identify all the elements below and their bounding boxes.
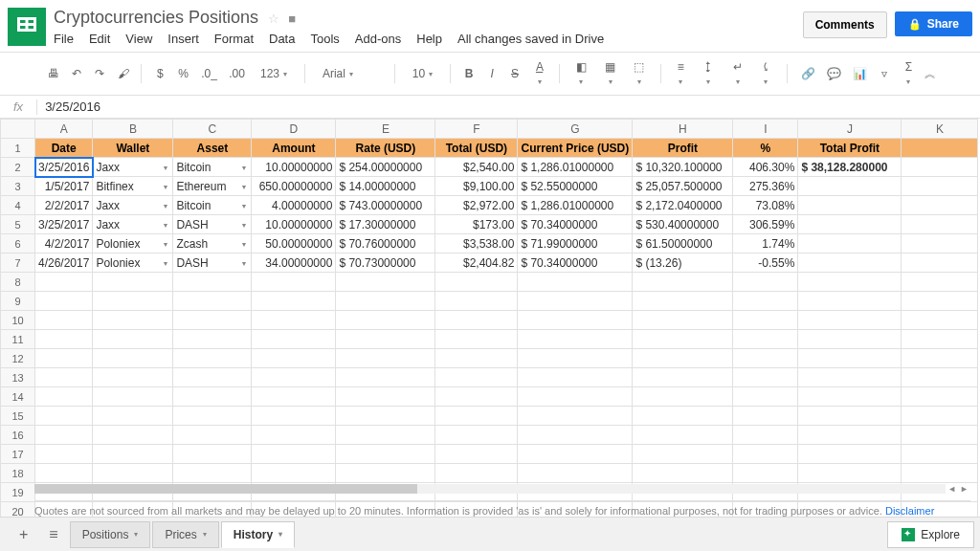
cell[interactable] (798, 292, 902, 311)
column-title[interactable]: Profit (633, 139, 733, 158)
cell[interactable] (902, 407, 978, 426)
row-header[interactable]: 1 (1, 139, 35, 158)
select-all-corner[interactable] (1, 120, 35, 139)
cell[interactable] (798, 407, 902, 426)
cell[interactable] (35, 426, 93, 445)
inc-decimal-icon[interactable]: .00 (225, 63, 247, 84)
cell[interactable] (336, 311, 435, 330)
halign-icon[interactable]: ≡ ▾ (671, 56, 691, 91)
sheets-logo[interactable] (8, 8, 46, 46)
cell[interactable] (93, 330, 173, 349)
cell[interactable] (798, 234, 902, 253)
cell[interactable] (336, 407, 435, 426)
cell[interactable] (336, 445, 435, 464)
cell[interactable] (798, 464, 902, 483)
strike-icon[interactable]: S (506, 63, 523, 84)
cell[interactable] (798, 349, 902, 368)
cell[interactable] (733, 330, 798, 349)
cell[interactable] (633, 426, 733, 445)
percent-icon[interactable]: % (174, 63, 191, 84)
cell[interactable] (798, 253, 902, 273)
row-header[interactable]: 2 (1, 158, 35, 177)
cell[interactable]: 2/2/2017 (35, 196, 93, 215)
cell[interactable] (35, 464, 93, 483)
cell[interactable] (93, 311, 173, 330)
cell[interactable] (173, 368, 252, 387)
cell[interactable]: 275.36% (733, 177, 798, 196)
cell[interactable] (798, 311, 902, 330)
col-header-G[interactable]: G (518, 120, 633, 139)
cell[interactable]: $ 10,320.100000 (633, 158, 733, 177)
cell[interactable] (252, 387, 336, 407)
explore-button[interactable]: Explore (887, 521, 974, 548)
cell[interactable] (902, 273, 978, 292)
cell[interactable] (35, 330, 93, 349)
cell[interactable] (93, 292, 173, 311)
link-icon[interactable]: 🔗 (797, 63, 817, 84)
cell[interactable] (252, 426, 336, 445)
cell[interactable] (252, 368, 336, 387)
fill-color-icon[interactable]: ◧ ▾ (569, 56, 592, 91)
cell[interactable]: $ 1,286.01000000 (518, 196, 633, 215)
cell[interactable]: 4.00000000 (252, 196, 336, 215)
row-header[interactable]: 9 (1, 292, 35, 311)
cell[interactable] (633, 368, 733, 387)
borders-icon[interactable]: ▦ ▾ (598, 56, 621, 91)
sheet-tab-prices[interactable]: Prices▾ (152, 521, 218, 548)
cell[interactable] (435, 349, 518, 368)
row-header[interactable]: 6 (1, 234, 35, 253)
menu-tools[interactable]: Tools (310, 32, 339, 46)
column-title[interactable]: Amount (252, 139, 336, 158)
row-header[interactable]: 5 (1, 215, 35, 234)
cell[interactable] (173, 445, 252, 464)
cell[interactable] (902, 177, 978, 196)
cell[interactable] (518, 273, 633, 292)
column-title[interactable] (902, 139, 978, 158)
folder-icon[interactable]: ■ (288, 11, 296, 26)
cell[interactable] (902, 196, 978, 215)
cell[interactable] (252, 407, 336, 426)
cell[interactable] (633, 464, 733, 483)
paint-format-icon[interactable]: 🖌 (114, 63, 132, 84)
cell[interactable] (798, 426, 902, 445)
cell[interactable] (798, 368, 902, 387)
cell[interactable] (35, 387, 93, 407)
cell[interactable] (173, 349, 252, 368)
cell[interactable] (902, 349, 978, 368)
undo-icon[interactable]: ↶ (68, 63, 85, 84)
cell[interactable]: -0.55% (733, 253, 798, 273)
doc-title[interactable]: Cryptocurrencies Positions (54, 8, 258, 28)
cell[interactable] (633, 349, 733, 368)
cell[interactable]: DASH (173, 253, 252, 273)
font-select[interactable]: Arial ▾ (315, 65, 385, 82)
cell[interactable]: 34.00000000 (252, 253, 336, 273)
cell[interactable] (435, 445, 518, 464)
col-header-H[interactable]: H (633, 120, 733, 139)
cell[interactable]: 4/2/2017 (35, 234, 93, 253)
sheet-tab-history[interactable]: History▾ (221, 521, 295, 548)
cell[interactable] (733, 273, 798, 292)
column-title[interactable]: Total Profit (798, 139, 902, 158)
cell[interactable] (902, 158, 978, 177)
cell[interactable]: $ 52.55000000 (518, 177, 633, 196)
cell[interactable] (518, 387, 633, 407)
cell[interactable] (902, 464, 978, 483)
cell[interactable] (733, 464, 798, 483)
collapse-toolbar-icon[interactable]: ︽ (924, 66, 936, 82)
menu-format[interactable]: Format (214, 32, 254, 46)
cell[interactable]: $173.00 (435, 215, 518, 234)
cell[interactable] (518, 445, 633, 464)
cell[interactable] (93, 445, 173, 464)
cell[interactable] (633, 445, 733, 464)
filter-icon[interactable]: ▿ (876, 63, 893, 84)
rotate-icon[interactable]: ⤹ ▾ (754, 56, 776, 91)
cell[interactable] (35, 407, 93, 426)
cell[interactable] (518, 407, 633, 426)
column-title[interactable]: Current Price (USD) (518, 139, 633, 158)
menu-view[interactable]: View (125, 32, 152, 46)
redo-icon[interactable]: ↷ (91, 63, 108, 84)
col-header-D[interactable]: D (252, 120, 336, 139)
cell[interactable] (902, 368, 978, 387)
cell[interactable] (518, 464, 633, 483)
col-header-B[interactable]: B (93, 120, 173, 139)
